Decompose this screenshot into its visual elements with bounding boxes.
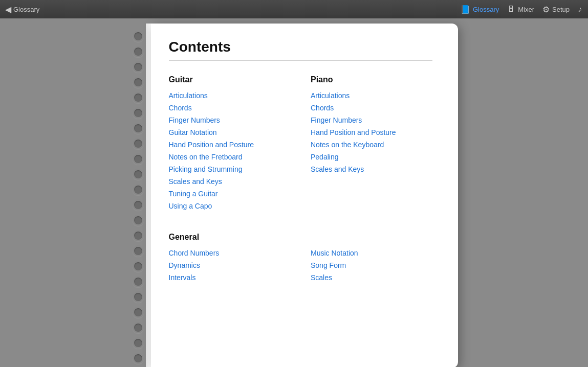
spiral-ring xyxy=(133,138,144,149)
guitar-link-finger-numbers[interactable]: Finger Numbers xyxy=(169,116,291,124)
guitar-link-guitar-notation[interactable]: Guitar Notation xyxy=(169,128,291,136)
general-header: General xyxy=(169,233,432,242)
spiral-ring xyxy=(133,31,144,42)
spiral-ring xyxy=(133,276,144,287)
page-left-edge xyxy=(146,24,151,367)
guitar-links: Articulations Chords Finger Numbers Guit… xyxy=(169,91,291,210)
general-links-left: Chord Numbers Dynamics Intervals xyxy=(169,249,291,282)
title-divider xyxy=(169,60,432,61)
topbar-right: 📘 Glossary 🎚 Mixer ⚙ Setup ♪ xyxy=(460,0,582,18)
spiral-ring xyxy=(133,353,144,364)
piano-link-notes-keyboard[interactable]: Notes on the Keyboard xyxy=(311,141,432,149)
piano-link-articulations[interactable]: Articulations xyxy=(311,91,432,100)
spiral-ring xyxy=(133,261,144,272)
general-link-song-form[interactable]: Song Form xyxy=(311,261,432,269)
general-section: General Chord Numbers Dynamics Intervals… xyxy=(169,233,432,294)
spiral-ring xyxy=(133,46,144,57)
guitar-link-tuning[interactable]: Tuning a Guitar xyxy=(169,190,291,198)
spiral-ring xyxy=(133,291,144,303)
main-columns: Guitar Articulations Chords Finger Numbe… xyxy=(169,75,432,222)
spiral-ring xyxy=(133,107,144,119)
guitar-link-scales[interactable]: Scales and Keys xyxy=(169,177,291,186)
guitar-column: Guitar Articulations Chords Finger Numbe… xyxy=(169,75,291,222)
spiral-ring xyxy=(133,337,144,349)
piano-link-pedaling[interactable]: Pedaling xyxy=(311,153,432,161)
spiral-ring xyxy=(133,307,144,318)
general-link-music-notation[interactable]: Music Notation xyxy=(311,249,432,257)
topbar: ◀ Glossary 📘 Glossary 🎚 Mixer ⚙ Setup ♪ xyxy=(0,0,588,18)
main-area: Contents Guitar Articulations Chords Fin… xyxy=(0,18,588,367)
back-label: Glossary xyxy=(13,6,39,13)
back-button[interactable]: ◀ Glossary xyxy=(5,5,39,14)
spiral-ring xyxy=(133,92,144,103)
piano-link-finger-numbers[interactable]: Finger Numbers xyxy=(311,116,432,124)
piano-link-hand-position[interactable]: Hand Position and Posture xyxy=(311,128,432,136)
mixer-label: Mixer xyxy=(518,6,534,13)
glossary-icon: 📘 xyxy=(460,5,470,14)
piano-links: Articulations Chords Finger Numbers Hand… xyxy=(311,91,432,173)
nav-setup[interactable]: ⚙ Setup xyxy=(542,5,570,14)
general-link-chord-numbers[interactable]: Chord Numbers xyxy=(169,249,291,257)
spiral-binding xyxy=(130,24,146,367)
notebook: Contents Guitar Articulations Chords Fin… xyxy=(130,24,458,367)
guitar-link-hand-position[interactable]: Hand Position and Posture xyxy=(169,141,291,149)
general-column-right: Music Notation Song Form Scales xyxy=(311,249,432,294)
mixer-icon: 🎚 xyxy=(507,5,515,14)
spiral-ring xyxy=(133,215,144,226)
general-columns: Chord Numbers Dynamics Intervals Music N… xyxy=(169,249,432,294)
spiral-ring xyxy=(133,153,144,165)
setup-label: Setup xyxy=(552,6,570,13)
spiral-ring xyxy=(133,123,144,134)
guitar-link-chords[interactable]: Chords xyxy=(169,104,291,112)
page-title: Contents xyxy=(169,39,432,55)
spiral-ring xyxy=(133,77,144,88)
general-column-left: Chord Numbers Dynamics Intervals xyxy=(169,249,291,294)
spiral-ring xyxy=(133,245,144,257)
general-link-dynamics[interactable]: Dynamics xyxy=(169,261,291,269)
general-link-intervals[interactable]: Intervals xyxy=(169,273,291,282)
nav-mixer[interactable]: 🎚 Mixer xyxy=(507,5,534,14)
general-link-scales[interactable]: Scales xyxy=(311,273,432,282)
piano-column: Piano Articulations Chords Finger Number… xyxy=(311,75,432,222)
guitar-link-notes-fretboard[interactable]: Notes on the Fretboard xyxy=(169,153,291,161)
spiral-ring xyxy=(133,184,144,195)
spiral-ring xyxy=(133,169,144,180)
spiral-ring xyxy=(133,230,144,241)
nav-glossary[interactable]: 📘 Glossary xyxy=(460,5,499,14)
spiral-ring xyxy=(133,322,144,333)
glossary-label: Glossary xyxy=(473,6,499,13)
spiral-ring xyxy=(133,199,144,211)
nav-music[interactable]: ♪ xyxy=(578,5,582,14)
back-arrow-icon: ◀ xyxy=(5,5,11,14)
piano-header: Piano xyxy=(311,75,432,84)
book-page: Contents Guitar Articulations Chords Fin… xyxy=(151,24,458,367)
general-links-right: Music Notation Song Form Scales xyxy=(311,249,432,282)
setup-icon: ⚙ xyxy=(542,5,550,14)
guitar-link-capo[interactable]: Using a Capo xyxy=(169,202,291,210)
piano-link-scales[interactable]: Scales and Keys xyxy=(311,165,432,173)
piano-link-chords[interactable]: Chords xyxy=(311,104,432,112)
guitar-header: Guitar xyxy=(169,75,291,84)
music-icon: ♪ xyxy=(578,5,582,14)
guitar-link-articulations[interactable]: Articulations xyxy=(169,91,291,100)
guitar-link-picking[interactable]: Picking and Strumming xyxy=(169,165,291,173)
spiral-ring xyxy=(133,61,144,73)
